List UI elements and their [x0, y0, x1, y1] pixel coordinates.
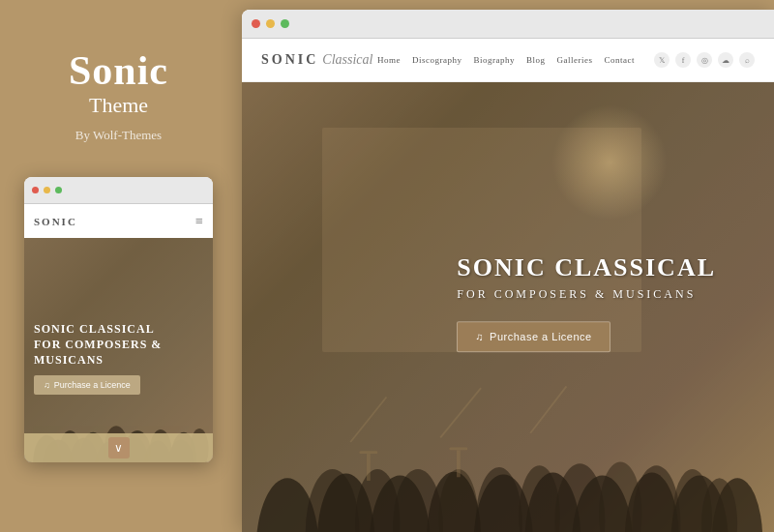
- desktop-content: SONIC Classical Home Discography Biograp…: [242, 39, 774, 532]
- desktop-music-note-icon: ♫: [475, 331, 484, 342]
- mobile-dot-green: [55, 187, 62, 193]
- twitter-icon[interactable]: 𝕏: [654, 52, 670, 68]
- mobile-cta-button[interactable]: ♫ Purchase a Licence: [34, 375, 140, 395]
- nav-link-contact[interactable]: Contact: [605, 55, 636, 65]
- desktop-browser-bar: [242, 10, 774, 39]
- mobile-hero-title: SONIC CLASSICAL FOR COMPOSERS & MUSICANS: [34, 322, 203, 368]
- mobile-content: SONIC ≡: [24, 204, 213, 462]
- desktop-crowd-svg: [242, 172, 774, 532]
- desktop-logo-sub: Classical: [322, 52, 372, 68]
- desktop-cta-button[interactable]: ♫ Purchase a Licence: [457, 321, 610, 352]
- svg-rect-41: [457, 450, 461, 477]
- hamburger-icon: ≡: [195, 214, 203, 229]
- svg-line-37: [530, 386, 566, 432]
- nav-link-discography[interactable]: Discography: [412, 55, 462, 65]
- mobile-nav: SONIC ≡: [24, 204, 213, 238]
- search-icon[interactable]: ⌕: [739, 52, 755, 68]
- mobile-bottom-nav: ∨: [24, 433, 213, 462]
- desktop-hero-subtitle: FOR COMPOSERS & MUSICANS: [457, 287, 716, 302]
- brand-subtitle: Theme: [89, 93, 148, 118]
- left-panel: Sonic Theme By Wolf-Themes SONIC ≡: [0, 0, 237, 532]
- svg-line-35: [350, 398, 386, 443]
- right-panel: SONIC Classical Home Discography Biograp…: [242, 10, 774, 532]
- nav-icons: 𝕏 f ◎ ☁ ⌕: [654, 52, 755, 68]
- desktop-hero-text: SONIC CLASSICAL FOR COMPOSERS & MUSICANS…: [457, 252, 716, 352]
- nav-link-biography[interactable]: Biography: [474, 55, 516, 65]
- desktop-dot-yellow: [266, 19, 275, 28]
- nav-link-home[interactable]: Home: [377, 55, 401, 65]
- svg-point-28: [427, 472, 481, 532]
- desktop-dot-green: [281, 19, 289, 28]
- mobile-music-note-icon: ♫: [44, 380, 50, 390]
- svg-point-25: [256, 478, 319, 532]
- desktop-logo: SONIC Classical: [261, 52, 372, 68]
- desktop-dot-red: [252, 19, 260, 28]
- nav-link-galleries[interactable]: Galleries: [557, 55, 593, 65]
- svg-line-36: [440, 388, 481, 437]
- svg-rect-38: [360, 451, 378, 454]
- soundcloud-icon[interactable]: ☁: [718, 52, 733, 68]
- desktop-nav: SONIC Classical Home Discography Biograp…: [242, 39, 774, 82]
- desktop-logo-main: SONIC: [261, 52, 318, 68]
- arrow-down-icon[interactable]: ∨: [108, 437, 130, 458]
- mobile-dot-yellow: [44, 187, 50, 193]
- facebook-icon[interactable]: f: [675, 52, 691, 68]
- svg-rect-40: [450, 448, 468, 451]
- desktop-hero-title: SONIC CLASSICAL: [457, 252, 716, 282]
- desktop-nav-links: Home Discography Biography Blog Gallerie…: [377, 52, 755, 68]
- instagram-icon[interactable]: ◎: [697, 52, 712, 68]
- svg-rect-39: [367, 454, 371, 481]
- brand-by: By Wolf-Themes: [75, 128, 162, 143]
- mobile-hero: SONIC CLASSICAL FOR COMPOSERS & MUSICANS…: [24, 238, 213, 462]
- mobile-preview: SONIC ≡: [24, 177, 213, 462]
- mobile-hero-text: SONIC CLASSICAL FOR COMPOSERS & MUSICANS…: [34, 322, 203, 395]
- brand-title: Sonic: [69, 48, 168, 93]
- mobile-browser-bar: [24, 177, 213, 204]
- desktop-hero: SONIC CLASSICAL FOR COMPOSERS & MUSICANS…: [242, 82, 774, 532]
- mobile-logo: SONIC: [34, 216, 77, 227]
- mobile-dot-red: [32, 187, 39, 193]
- nav-link-blog[interactable]: Blog: [526, 55, 546, 65]
